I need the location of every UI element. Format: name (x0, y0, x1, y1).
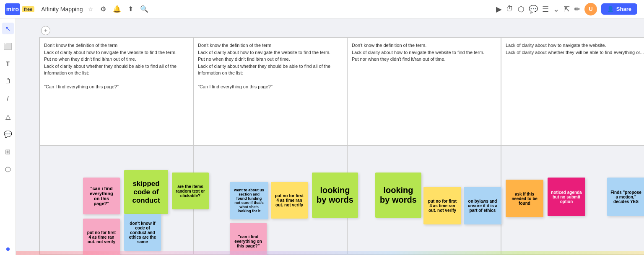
board-icon[interactable]: ⬡ (518, 5, 525, 14)
sticky-text: don't know if code of conduct and ethics… (127, 221, 158, 244)
toolbar-right: ▶ ⏱ ⬡ 💬 ☰ ⌄ ⇱ ✏ U 👤 Share (489, 3, 644, 15)
sidebar-frames-tool[interactable]: ⬜ (2, 40, 14, 52)
sidebar-cursor-tool[interactable]: ↖ (2, 23, 14, 34)
grid-cell-1-4: Lack of clarity about how to navigate th… (501, 37, 644, 146)
sticky-ask-needed[interactable]: ask if this needed to be found (506, 180, 543, 217)
grid-cell-1-2: Don't know the definition of the term La… (193, 37, 347, 146)
sticky-text: noticed agenda but no submit option (551, 190, 582, 204)
chat-icon[interactable]: 💬 (529, 5, 538, 14)
sticky-text: "can i find everything on this page?" (233, 234, 263, 248)
toolbar-left: miro free Affinity Mapping ☆ ⚙ 🔔 ⬆ 🔍 (0, 3, 153, 15)
sticky-text: ask if this needed to be found (509, 192, 540, 206)
upload-icon[interactable]: ⬆ (128, 5, 133, 13)
sticky-bylaws[interactable]: on bylaws and unsure if it is a part of … (464, 187, 501, 224)
sticky-text: Finds "propose a motion," decides YES (610, 190, 641, 204)
sticky-put-no-3[interactable]: put no for first 4 as time ran out. not … (423, 187, 461, 224)
sticky-text: went to about us section and found fundi… (233, 188, 265, 213)
add-frame-button[interactable]: + (41, 26, 50, 35)
bottom-color-strip (16, 251, 644, 255)
cell-1-2-text: Don't know the definition of the term La… (198, 42, 343, 90)
share-icon: 👤 (607, 6, 614, 12)
sticky-went-about-us[interactable]: went to about us section and found fundi… (230, 182, 268, 219)
share-label: Share (616, 6, 631, 12)
settings-icon[interactable]: ⚙ (100, 5, 106, 13)
sticky-noticed-agenda[interactable]: noticed agenda but no submit option (548, 178, 585, 216)
play-icon[interactable]: ▶ (496, 5, 502, 14)
sticky-text: "can i find everything on this page?" (86, 186, 117, 206)
sidebar-comment-tool[interactable]: 💬 (2, 128, 14, 140)
sticky-text: put no for first 4 as time ran out. not … (86, 230, 117, 244)
sticky-looking-words-1[interactable]: looking by words (312, 173, 358, 218)
pen-collab-icon[interactable]: ✏ (574, 5, 580, 14)
sticky-text: skipped code of conduct (127, 180, 165, 205)
notification-icon[interactable]: 🔔 (113, 5, 121, 13)
logo-icon: miro (5, 3, 20, 15)
sticky-put-no-1[interactable]: put no for first 4 as time ran out. not … (83, 219, 120, 255)
sidebar-text-tool[interactable]: T (2, 58, 14, 70)
sticky-text: are the items random text or clickable? (175, 184, 205, 198)
sidebar-apps-tool[interactable]: ⬡ (2, 163, 14, 175)
sidebar-sticky-tool[interactable]: 🗒 (2, 75, 14, 87)
sidebar-grid-tool[interactable]: ⊞ (2, 146, 14, 157)
miro-logo: miro free (5, 3, 34, 15)
cursor-collab-icon[interactable]: ⇱ (564, 5, 570, 14)
sticky-can-find-everything-2[interactable]: "can i find everything on this page?" (230, 223, 267, 255)
sticky-text: put no for first 4 as time ran out. not … (427, 199, 458, 213)
share-button[interactable]: 👤 Share (601, 3, 637, 15)
grid-cell-1-1: Don't know the definition of the term La… (39, 37, 193, 146)
sticky-text: looking by words (315, 185, 355, 205)
sticky-text: put no for first 4 as time ran out. not … (274, 193, 304, 207)
toolbar: miro free Affinity Mapping ☆ ⚙ 🔔 ⬆ 🔍 ▶ ⏱… (0, 0, 644, 18)
sidebar-pen-tool[interactable]: / (2, 93, 14, 105)
board-title[interactable]: Affinity Mapping (41, 6, 83, 13)
sticky-finds-propose[interactable]: Finds "propose a motion," decides YES (607, 178, 644, 216)
free-badge: free (22, 6, 34, 12)
cell-1-3-text: Don't know the definition of the term. L… (352, 42, 496, 63)
menu-icon[interactable]: ☰ (542, 5, 549, 14)
star-icon[interactable]: ☆ (88, 6, 93, 13)
sticky-text: on bylaws and unsure if it is a part of … (467, 199, 498, 213)
sticky-skipped-code[interactable]: skipped code of conduct (124, 170, 168, 214)
sidebar-shape-tool[interactable]: △ (2, 111, 14, 122)
sidebar: ↖ ⬜ T 🗒 / △ 💬 ⊞ ⬡ (0, 18, 16, 255)
sticky-looking-words-2[interactable]: looking by words (375, 173, 421, 218)
expand-icon[interactable]: ⌄ (553, 5, 559, 14)
canvas: + Don't know the definition of the term … (16, 18, 644, 255)
sticky-dont-know-code[interactable]: don't know if code of conduct and ethics… (124, 214, 161, 251)
sticky-can-find-everything-1[interactable]: "can i find everything on this page?" (83, 178, 120, 214)
sticky-put-no-2[interactable]: put no for first 4 as time ran out. not … (271, 182, 308, 219)
sidebar-indicator (6, 247, 10, 251)
user-avatar[interactable]: U (584, 3, 597, 15)
toolbar-icons: ⚙ 🔔 ⬆ 🔍 (100, 5, 148, 13)
timer-icon[interactable]: ⏱ (506, 5, 514, 13)
cell-1-4-text: Lack of clarity about how to navigate th… (506, 42, 644, 56)
search-icon[interactable]: 🔍 (140, 5, 148, 13)
cell-1-1-text: Don't know the definition of the term La… (44, 42, 189, 90)
sticky-text: looking by words (379, 185, 418, 205)
grid-cell-1-3: Don't know the definition of the term. L… (347, 37, 501, 146)
sticky-items-random[interactable]: are the items random text or clickable? (172, 173, 209, 209)
